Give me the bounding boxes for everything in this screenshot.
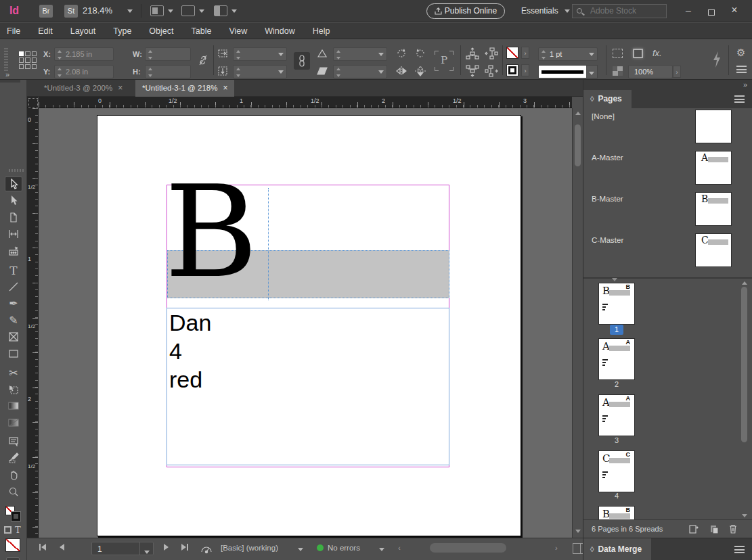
close-tab-icon[interactable]: × bbox=[223, 83, 227, 93]
document-tab-active[interactable]: *Untitled-3-1 @ 218%× bbox=[135, 80, 234, 97]
control-panel-menu-icon[interactable] bbox=[736, 66, 747, 73]
screen-mode-button[interactable] bbox=[6, 557, 20, 560]
frame-tool[interactable] bbox=[5, 330, 22, 345]
document-tab-inactive[interactable]: *Untitled-3 @ 200%× bbox=[37, 80, 129, 97]
edit-page-size-icon[interactable] bbox=[688, 523, 699, 534]
preflight-profile-dropdown[interactable]: [Basic] (working) bbox=[221, 544, 278, 552]
preflight-gauge-icon[interactable] bbox=[200, 543, 213, 555]
page-2-thumbnail[interactable]: AA bbox=[598, 338, 635, 380]
y-position-field[interactable]: 2.08 in bbox=[54, 65, 114, 78]
page-number-dropdown[interactable]: 1 bbox=[91, 542, 154, 555]
stepper-icon[interactable] bbox=[236, 49, 242, 60]
menu-type[interactable]: Type bbox=[113, 26, 131, 36]
formatting-affects-container-icon[interactable] bbox=[4, 526, 12, 534]
horizontal-ruler[interactable]: 0 1/2 1 1/2 2 1/2 3 bbox=[39, 97, 572, 108]
delete-page-trash-icon[interactable] bbox=[728, 523, 738, 534]
rectangle-tool[interactable] bbox=[5, 347, 22, 362]
menu-file[interactable]: File bbox=[7, 26, 20, 36]
align-top-icon[interactable] bbox=[466, 47, 479, 60]
page-3-number[interactable]: 3 bbox=[610, 436, 623, 444]
stock-search-input[interactable] bbox=[589, 5, 663, 16]
opacity-flyout-button[interactable]: › bbox=[673, 66, 681, 78]
x-position-field[interactable]: 2.185 in bbox=[54, 47, 114, 61]
pen-tool[interactable]: ✒ bbox=[5, 296, 22, 311]
effects-fx-icon[interactable]: fx. bbox=[653, 48, 662, 58]
dropdown-icon[interactable] bbox=[278, 70, 284, 74]
stepper-icon[interactable] bbox=[148, 49, 154, 60]
pages-scrollbar[interactable] bbox=[741, 281, 748, 519]
page-3-thumbnail[interactable]: AA bbox=[598, 394, 635, 436]
opacity-field[interactable]: 100% bbox=[628, 65, 673, 78]
adobe-stock-search[interactable] bbox=[572, 4, 667, 18]
shear-angle-field[interactable] bbox=[333, 65, 387, 78]
page-tool[interactable] bbox=[5, 210, 22, 225]
gradient-swatch-tool[interactable] bbox=[5, 400, 22, 415]
page-4-number[interactable]: 4 bbox=[610, 492, 623, 500]
pages-panel-menu-icon[interactable] bbox=[734, 95, 745, 103]
flip-horizontal-icon[interactable] bbox=[395, 66, 407, 76]
scale-y-field[interactable] bbox=[233, 65, 287, 78]
tools-grip[interactable] bbox=[9, 169, 24, 172]
reference-point-proxy[interactable] bbox=[19, 51, 37, 69]
create-new-page-icon[interactable] bbox=[709, 523, 720, 534]
panel-grip[interactable] bbox=[4, 48, 8, 72]
constrain-scale-link-button[interactable] bbox=[294, 52, 310, 70]
align-right-icon[interactable] bbox=[485, 65, 498, 77]
quick-apply-lightning-icon[interactable] bbox=[712, 51, 722, 68]
stepper-icon[interactable] bbox=[336, 67, 342, 78]
dropdown-icon[interactable] bbox=[278, 53, 284, 56]
height-field[interactable] bbox=[145, 65, 191, 78]
ruler-origin[interactable] bbox=[27, 97, 39, 108]
minimize-button[interactable]: – bbox=[677, 3, 700, 18]
menu-view[interactable]: View bbox=[229, 26, 247, 36]
stroke-swatch[interactable] bbox=[12, 512, 20, 521]
dropdown-icon[interactable] bbox=[589, 53, 594, 56]
stepper-icon[interactable] bbox=[236, 67, 242, 78]
stepper-icon[interactable] bbox=[57, 49, 63, 60]
stepper-icon[interactable] bbox=[336, 49, 342, 60]
zoom-level-value[interactable]: 218.4% bbox=[83, 5, 112, 16]
selection-tool[interactable] bbox=[5, 177, 22, 191]
scroll-up-icon[interactable] bbox=[742, 281, 747, 285]
zoom-tool[interactable] bbox=[5, 485, 22, 500]
rotation-angle-field[interactable] bbox=[333, 47, 387, 61]
dropdown-icon[interactable] bbox=[298, 548, 303, 551]
collapse-panels-icon[interactable]: » bbox=[743, 80, 746, 89]
pages-panel-tab[interactable]: ◊Pages bbox=[583, 90, 632, 108]
fill-flyout-button[interactable]: › bbox=[521, 47, 529, 59]
gradient-feather-tool[interactable] bbox=[5, 417, 22, 431]
stroke-style-dropdown[interactable] bbox=[538, 65, 598, 78]
content-collector-tool[interactable] bbox=[5, 244, 22, 259]
document-page[interactable]: B Dan 4 red bbox=[97, 115, 521, 536]
master-a-label[interactable]: A-Master bbox=[592, 154, 623, 162]
menu-object[interactable]: Object bbox=[149, 26, 173, 36]
panel-settings-gear-icon[interactable]: ⚙ bbox=[736, 47, 745, 59]
pencil-tool[interactable]: ✎ bbox=[5, 313, 22, 328]
eyedropper-tool[interactable] bbox=[5, 451, 22, 466]
master-none-thumbnail[interactable] bbox=[695, 110, 732, 143]
view-options-icon[interactable] bbox=[150, 5, 164, 16]
document-layout-dropdown-icon[interactable] bbox=[231, 9, 237, 13]
formatting-affects-text-icon[interactable]: T bbox=[15, 525, 21, 535]
vertical-ruler[interactable]: 0 1/2 1 1/2 2 1/2 bbox=[27, 108, 39, 538]
previous-page-button[interactable] bbox=[60, 544, 64, 552]
rotate-ccw-icon[interactable] bbox=[414, 47, 426, 60]
data-merge-tab[interactable]: ◊Data Merge bbox=[583, 538, 651, 560]
master-b-label[interactable]: B-Master bbox=[592, 195, 623, 203]
page-2-number[interactable]: 2 bbox=[610, 380, 623, 388]
scissors-tool[interactable]: ✂ bbox=[5, 366, 22, 381]
page-5-thumbnail[interactable]: BB bbox=[598, 506, 635, 519]
stroke-color-swatch[interactable] bbox=[506, 64, 518, 76]
stepper-icon[interactable] bbox=[148, 67, 154, 78]
next-page-button[interactable] bbox=[164, 544, 169, 552]
master-a-thumbnail[interactable]: A bbox=[695, 151, 732, 185]
master-b-thumbnail[interactable]: B bbox=[695, 192, 732, 226]
zoom-dropdown-icon[interactable] bbox=[127, 9, 133, 13]
master-none-label[interactable]: [None] bbox=[592, 112, 615, 120]
hand-tool[interactable] bbox=[5, 468, 22, 483]
line-tool[interactable] bbox=[5, 280, 22, 295]
direct-selection-tool[interactable] bbox=[5, 193, 22, 208]
flip-vertical-icon[interactable] bbox=[414, 66, 426, 76]
workspace-switcher[interactable]: Essentials bbox=[521, 6, 570, 16]
scroll-left-icon[interactable]: ‹ bbox=[398, 544, 401, 552]
